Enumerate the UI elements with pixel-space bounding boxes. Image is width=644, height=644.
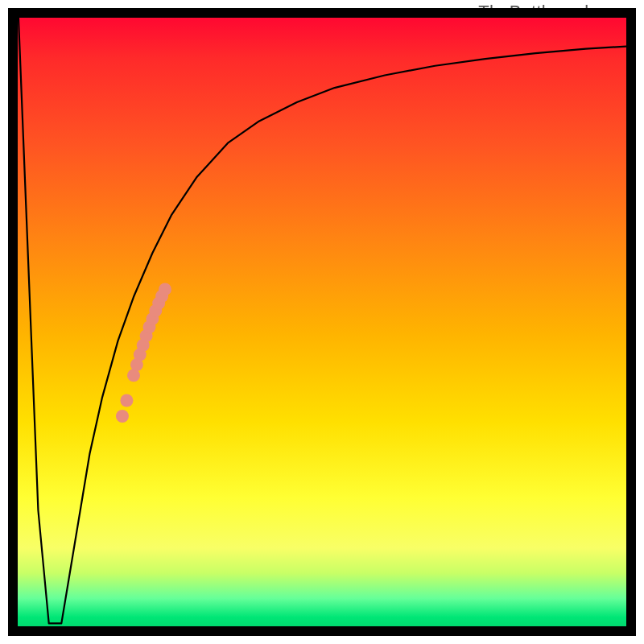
marker-point [159, 283, 171, 295]
chart-svg [8, 8, 636, 636]
bottleneck-curve [18, 8, 636, 623]
plot-area [8, 8, 636, 636]
chart-container: TheBottleneck.com [0, 0, 644, 644]
marker-point [116, 410, 129, 423]
highlighted-points [116, 283, 171, 423]
marker-point [120, 394, 133, 407]
